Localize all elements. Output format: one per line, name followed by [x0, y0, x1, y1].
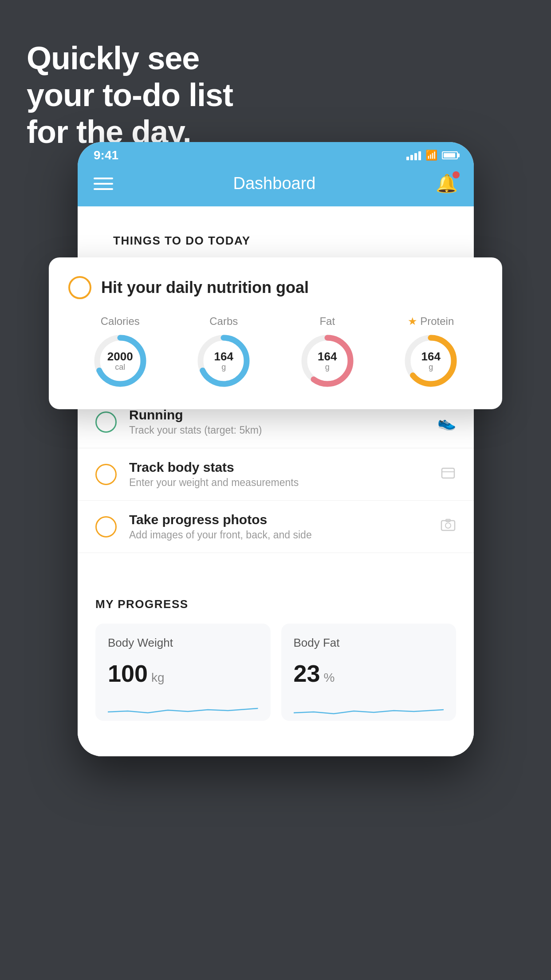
body-fat-value: 23	[294, 660, 320, 687]
body-weight-unit: kg	[151, 671, 165, 685]
fat-donut: 164 g	[299, 332, 356, 390]
body-fat-title: Body Fat	[294, 636, 444, 650]
todo-item-body-stats[interactable]: Track body stats Enter your weight and m…	[78, 448, 474, 501]
body-weight-value: 100	[108, 660, 148, 687]
app-header: Dashboard 🔔	[78, 165, 474, 206]
macro-row: Calories 2000 cal Carbs	[68, 315, 483, 390]
status-time: 9:41	[94, 148, 118, 162]
svg-rect-2	[441, 521, 455, 530]
macro-fat: Fat 164 g	[299, 315, 356, 390]
todo-list: Running Track your stats (target: 5km) 👟…	[78, 391, 474, 553]
protein-label: ★ Protein	[408, 315, 454, 328]
carbs-donut: 164 g	[195, 332, 252, 390]
carbs-unit: g	[214, 363, 233, 371]
spacer	[78, 553, 474, 580]
protein-star-icon: ★	[408, 315, 417, 328]
calories-value: 2000	[107, 350, 133, 363]
todo-text-photos: Take progress photos Add images of your …	[129, 512, 428, 541]
protein-value: 164	[421, 350, 441, 363]
macro-calories: Calories 2000 cal	[91, 315, 149, 390]
body-fat-value-row: 23 %	[294, 660, 444, 687]
progress-section: MY PROGRESS Body Weight 100 kg Body	[78, 580, 474, 739]
todo-subtitle-photos: Add images of your front, back, and side	[129, 529, 428, 541]
carbs-value: 164	[214, 350, 233, 363]
phone-bottom	[78, 739, 474, 756]
todo-item-photos[interactable]: Take progress photos Add images of your …	[78, 501, 474, 553]
todo-subtitle-running: Track your stats (target: 5km)	[129, 424, 425, 436]
menu-button[interactable]	[94, 178, 113, 190]
status-icons: 📶	[406, 150, 458, 161]
things-to-do-title: THINGS TO DO TODAY	[95, 220, 456, 255]
status-bar: 9:41 📶	[78, 142, 474, 165]
progress-cards: Body Weight 100 kg Body Fat 23	[95, 624, 456, 739]
protein-unit: g	[421, 363, 441, 371]
carbs-label: Carbs	[209, 315, 238, 328]
svg-point-3	[445, 523, 451, 528]
notification-dot	[453, 171, 460, 178]
headline: Quickly see your to-do list for the day.	[27, 40, 233, 150]
calories-donut: 2000 cal	[91, 332, 149, 390]
nutrition-check-circle	[68, 276, 91, 299]
body-fat-unit: %	[324, 671, 335, 685]
battery-icon	[442, 151, 458, 159]
headline-line1: Quickly see	[27, 40, 233, 77]
protein-donut: 164 g	[402, 332, 460, 390]
body-fat-chart	[294, 694, 444, 721]
todo-status-body-stats	[95, 464, 117, 485]
body-weight-title: Body Weight	[108, 636, 258, 650]
scale-icon	[440, 465, 456, 484]
things-to-do-section: THINGS TO DO TODAY	[78, 206, 474, 258]
todo-title-body-stats: Track body stats	[129, 460, 428, 475]
calories-label: Calories	[101, 315, 140, 328]
todo-title-running: Running	[129, 407, 425, 423]
fat-unit: g	[318, 363, 337, 371]
macro-protein: ★ Protein 164 g	[402, 315, 460, 390]
calories-unit: cal	[107, 363, 133, 371]
todo-status-running	[95, 411, 117, 433]
wifi-icon: 📶	[425, 150, 437, 161]
todo-text-body-stats: Track body stats Enter your weight and m…	[129, 460, 428, 489]
body-weight-card[interactable]: Body Weight 100 kg	[95, 624, 271, 721]
body-weight-value-row: 100 kg	[108, 660, 258, 687]
todo-status-photos	[95, 516, 117, 537]
todo-title-photos: Take progress photos	[129, 512, 428, 527]
todo-text-running: Running Track your stats (target: 5km)	[129, 407, 425, 436]
nutrition-card[interactable]: Hit your daily nutrition goal Calories 2…	[49, 257, 502, 409]
shoe-icon: 👟	[437, 413, 456, 431]
phone-mockup: 9:41 📶 Dashboard 🔔	[78, 142, 474, 756]
header-title: Dashboard	[233, 174, 316, 193]
notification-button[interactable]: 🔔	[436, 173, 458, 194]
macro-carbs: Carbs 164 g	[195, 315, 252, 390]
todo-subtitle-body-stats: Enter your weight and measurements	[129, 477, 428, 489]
signal-icon	[406, 150, 421, 160]
fat-label: Fat	[319, 315, 335, 328]
headline-line2: your to-do list	[27, 77, 233, 114]
fat-value: 164	[318, 350, 337, 363]
photo-icon	[440, 517, 456, 537]
body-fat-card[interactable]: Body Fat 23 %	[281, 624, 457, 721]
nutrition-card-title: Hit your daily nutrition goal	[101, 278, 309, 297]
nutrition-card-header: Hit your daily nutrition goal	[68, 276, 483, 299]
body-weight-chart	[108, 694, 258, 721]
progress-title: MY PROGRESS	[95, 597, 456, 611]
svg-rect-0	[442, 468, 454, 478]
